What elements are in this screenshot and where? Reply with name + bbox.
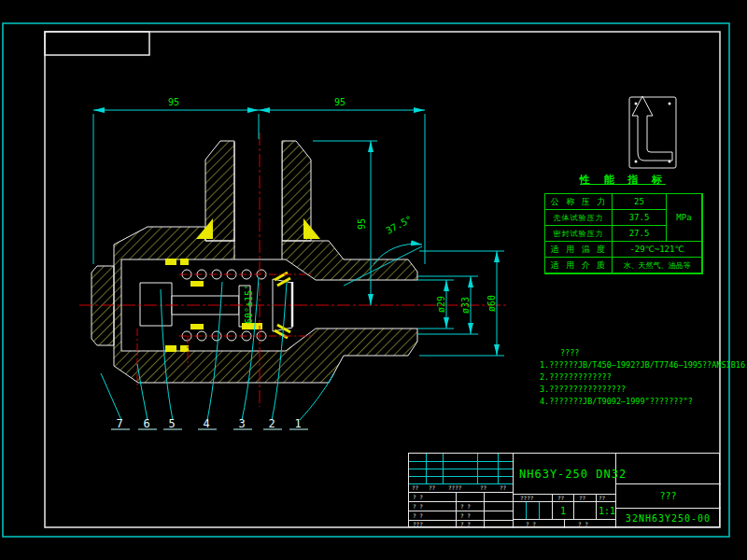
- technical-notes: ???? 1.??????JB/T450—1992?JB/T7746—1995?…: [540, 347, 747, 408]
- scale-value: 1:1: [599, 506, 615, 516]
- drawing-number: 32NH63Y250-00: [615, 513, 721, 524]
- dim-height: 95: [357, 218, 367, 230]
- rev-header-count: ??: [429, 484, 435, 491]
- rev-header-mark: ??: [412, 484, 418, 491]
- sig-row-2: ? ?: [413, 503, 423, 510]
- note-line-1: 1.??????JB/T450—1992?JB/T7746—1995??ANSI…: [540, 359, 747, 371]
- mid-header-scale: ??: [579, 495, 585, 501]
- sig-row-3: ? ?: [413, 512, 423, 519]
- dim-bore: ø29: [436, 296, 446, 313]
- part-number-2: 2: [268, 417, 275, 430]
- rev-header-sign: ??: [480, 484, 486, 491]
- part-number-5: 5: [168, 417, 175, 430]
- valve-section-view: [79, 133, 509, 407]
- spec-table-title: 性 能 指 标: [544, 173, 701, 187]
- dim-angle: 37.5°: [384, 214, 414, 236]
- part-number-6: 6: [143, 417, 149, 430]
- sig-row-4: ???: [413, 521, 423, 527]
- sig-row-1: ? ?: [413, 494, 423, 500]
- part-number-4: 4: [203, 417, 209, 430]
- part-number-7: 7: [116, 417, 122, 430]
- spec-unit: MPa: [667, 194, 702, 242]
- part-number-3: 3: [238, 417, 245, 430]
- flow-direction-plate: [629, 96, 676, 168]
- spec-label-medium: 适 用 介 质: [545, 258, 613, 273]
- rev-header-doc-no: ????: [448, 484, 461, 491]
- dim-cone-angle: 60°±15': [244, 285, 254, 324]
- spec-label-shell-test: 壳体试验压力: [545, 210, 613, 226]
- sig-row-2b: ? ?: [460, 503, 471, 510]
- sig-row-3b: ? ?: [460, 512, 471, 519]
- dim-outer-dia: ø60: [486, 295, 497, 312]
- spec-label-nominal-pressure: 公 称 压 力: [545, 194, 613, 210]
- spec-value-nominal-pressure: 25: [613, 194, 667, 210]
- part-number-1: 1: [294, 417, 301, 430]
- note-line-4: 4.???????JB/T9092—1999"???????"?: [540, 396, 747, 408]
- note-line-2: 2.?????????????: [540, 371, 747, 384]
- spec-label-temperature: 适 用 温 度: [545, 242, 613, 258]
- rev-header-date: ??: [500, 484, 506, 491]
- material-field: ???: [615, 491, 721, 501]
- product-title: NH63Y-250 DN32: [519, 468, 613, 481]
- note-line-3: 3.????????????????: [540, 384, 747, 396]
- bottom-cell-right: ? ?: [578, 521, 588, 527]
- mid-header-sheet: ??: [599, 495, 605, 501]
- bottom-cell-left: ? ?: [526, 521, 536, 527]
- sig-row-4b: ? ?: [460, 521, 471, 527]
- dim-length-left: 95: [168, 97, 179, 107]
- title-block: ?? ?? ???? ?? ?? ? ? ? ? ? ? ??? ? ? ? ?…: [408, 453, 720, 527]
- dim-counterbore: ø33: [460, 297, 471, 314]
- spec-value-shell-test: 37.5: [613, 210, 667, 226]
- cad-canvas: 95 95 95 37.5° ø29 ø33 ø60 60°±15' 7 6 5…: [0, 0, 747, 560]
- spec-label-seal-test: 密封试验压力: [545, 226, 613, 242]
- flow-arrow-icon: [632, 96, 672, 161]
- spec-table: 公 称 压 力 25 MPa 壳体试验压力 37.5 密封试验压力 27.5 适…: [544, 193, 703, 274]
- mid-header-weight: ??: [557, 495, 564, 501]
- notes-title: ????: [560, 347, 747, 359]
- frame-corner-box: [45, 32, 149, 55]
- spec-value-temperature: -29℃~121℃: [613, 242, 702, 258]
- dim-length-right: 95: [334, 97, 345, 107]
- mid-header-stage: ????: [520, 495, 533, 501]
- spec-value-medium: 水、天然气、油品等: [613, 258, 702, 273]
- quantity-value: 1: [560, 506, 566, 516]
- spec-value-seal-test: 27.5: [613, 226, 667, 242]
